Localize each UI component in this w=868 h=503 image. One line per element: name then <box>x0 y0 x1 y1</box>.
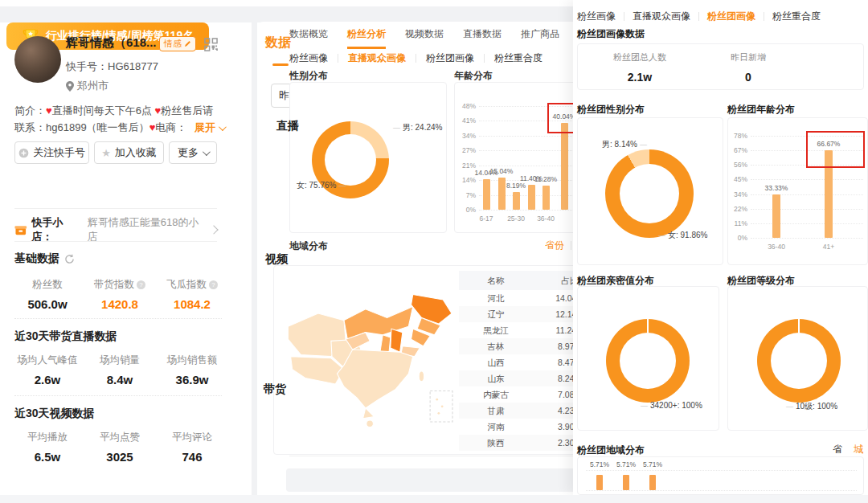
table-cell: 河南 <box>459 419 533 435</box>
table-cell: 吉林 <box>459 338 533 354</box>
club-region-title: 粉丝团地域分布 <box>577 444 645 457</box>
club-new-stat: 昨日新增 0 <box>692 51 805 84</box>
bio-seg1: 直播时间每天下午6点 <box>52 104 152 117</box>
donut-hole <box>620 333 676 389</box>
stat-col: 场均销量8.4w <box>84 354 156 386</box>
donut-chart <box>605 149 694 238</box>
fan-analysis-panel: 数据概览 粉丝分析 视频数据 直播数据 推广商品 行业排名 数据 粉丝画像 直播… <box>257 22 624 495</box>
bar-value-label: 33.33% <box>757 184 796 192</box>
y-tick-label: 7% <box>455 191 476 199</box>
divider <box>14 395 222 396</box>
y-tick-label: 67% <box>728 146 747 154</box>
collect-button[interactable]: ★ 加入收藏 <box>94 141 164 164</box>
y-tick-label: 0% <box>728 234 747 242</box>
shop-row[interactable]: 快手小店： 辉哥情感正能量618的小店 <box>14 215 225 244</box>
table-cell: 陕西 <box>459 435 533 451</box>
table-cell: 山西 <box>459 354 533 370</box>
subtab-live-audience[interactable]: 直播观众画像 <box>338 51 416 65</box>
crumb-fan-portrait[interactable]: 粉丝画像 <box>577 10 624 23</box>
stat-label: 昨日新增 <box>692 51 805 63</box>
table-cell: 甘肃 <box>459 403 533 419</box>
age-chart-title: 年龄分布 <box>454 69 493 83</box>
donut-label-male: 男: 8.14% <box>602 139 647 150</box>
stat-value: 2.6w <box>11 373 84 386</box>
location-pin-icon <box>66 81 74 92</box>
tab-video-data[interactable]: 视频数据 <box>405 27 444 49</box>
subtab-fan-club[interactable]: 粉丝团画像 <box>416 51 484 65</box>
expand-toggle[interactable]: 展开 <box>194 121 224 133</box>
club-data-title: 粉丝团画像数据 <box>577 27 645 41</box>
category-badge-label: 情感 <box>164 38 182 50</box>
panel-gap <box>252 22 257 495</box>
refresh-icon[interactable] <box>64 254 75 264</box>
basic-stats-title: 基础数据 <box>14 251 75 266</box>
divider <box>571 241 571 250</box>
plus-circle-icon <box>18 148 29 158</box>
date-filter-label: 昨 <box>279 88 289 103</box>
donut-chart <box>606 319 690 403</box>
main-tabs: 数据概览 粉丝分析 视频数据 直播数据 推广商品 行业排名 <box>289 27 617 49</box>
subtab-fan-overlap[interactable]: 粉丝重合度 <box>485 51 552 65</box>
tab-live-data[interactable]: 直播数据 <box>463 27 502 49</box>
bar <box>513 192 520 210</box>
fan-gender-chart: 男: 24.24% 女: 75.76% <box>289 82 447 233</box>
bar-plot: 5.71%5.71%5.71% <box>578 457 863 494</box>
table-cell: 黑龙江 <box>459 322 533 338</box>
tab-fan-analysis[interactable]: 粉丝分析 <box>347 27 386 49</box>
crumb-fan-overlap[interactable]: 粉丝重合度 <box>764 10 829 23</box>
stat-value: 3025 <box>84 450 156 464</box>
info-icon[interactable] <box>209 280 218 289</box>
clipped-section-live: 直播 <box>276 119 299 133</box>
crumb-live-audience[interactable]: 直播观众画像 <box>624 10 698 23</box>
x-tick-label: 41+ <box>809 243 848 251</box>
donut-gap <box>798 319 800 333</box>
collect-button-label: 加入收藏 <box>115 145 157 160</box>
live-stats-grid: 场均人气峰值2.6w 场均销量8.4w 场均销售额36.9w <box>11 354 228 386</box>
club-gender-title: 粉丝团性别分布 <box>577 103 645 117</box>
shop-label: 快手小店： <box>32 215 83 244</box>
table-cell: 辽宁 <box>459 306 533 322</box>
y-tick-label: 78% <box>728 132 747 140</box>
tab-promo-goods[interactable]: 推广商品 <box>521 27 559 49</box>
y-tick-label: 11% <box>728 219 747 227</box>
more-button[interactable]: 更多 <box>169 141 217 164</box>
stat-label: 平均点赞 <box>100 431 140 444</box>
china-choropleth-map <box>284 280 465 441</box>
gridline <box>751 194 863 195</box>
page: 辉哥情感（618... 情感 快手号：HG618777 郑州市 简介：♥直播时间… <box>0 0 868 503</box>
basic-stats-title-text: 基础数据 <box>14 251 59 266</box>
clipped-section-goods: 带货 <box>264 382 286 397</box>
crumb-fan-club[interactable]: 粉丝团画像 <box>699 10 764 23</box>
stat-value: 8.4w <box>84 373 156 386</box>
qr-code-icon[interactable] <box>204 38 218 55</box>
follow-button[interactable]: 关注快手号 <box>14 141 89 164</box>
table-cell: 内蒙古 <box>459 386 533 403</box>
gridline <box>751 238 863 239</box>
live-stats-title-text: 近30天带货直播数据 <box>14 329 117 344</box>
subtab-fan-portrait[interactable]: 粉丝画像 <box>289 51 338 65</box>
stat-col: 场均人气峰值2.6w <box>11 354 84 386</box>
kwai-id-value: HG618777 <box>108 60 158 72</box>
club-region-chart: 5.71%5.71%5.71% <box>577 456 864 495</box>
y-tick-label: 34% <box>728 190 747 198</box>
clipped-heading: 数据 <box>265 35 291 51</box>
chevron-right-icon <box>210 225 219 234</box>
kwai-id-label: 快手号： <box>66 60 108 72</box>
stat-value: 746 <box>156 450 228 464</box>
gridline <box>751 209 863 210</box>
placeholder-block <box>286 468 604 492</box>
category-badge[interactable]: 情感 <box>159 36 196 51</box>
province-tab[interactable]: 省份 <box>545 239 564 252</box>
kwai-id: 快手号：HG618777 <box>66 59 158 74</box>
bar-value-label: 11.28% <box>526 175 565 183</box>
stat-label: 场均销售额 <box>167 354 218 367</box>
tab-data-overview[interactable]: 数据概览 <box>289 27 328 49</box>
shop-icon <box>14 224 27 236</box>
info-icon[interactable] <box>137 280 145 289</box>
stat-value: 1420.8 <box>84 297 156 311</box>
donut-gap <box>647 319 649 333</box>
video-stats-grid: 平均播放6.5w 平均点赞3025 平均评论746 <box>11 431 228 464</box>
stat-label: 场均人气峰值 <box>18 354 78 367</box>
stat-value: 1084.2 <box>156 297 228 311</box>
expand-label: 展开 <box>194 121 215 133</box>
